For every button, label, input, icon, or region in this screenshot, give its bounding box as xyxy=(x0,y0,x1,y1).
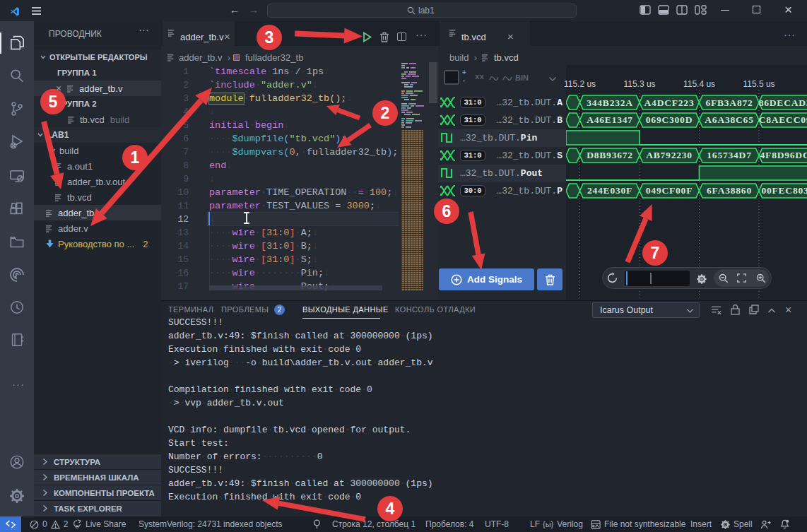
svg-text:6: 6 xyxy=(442,202,452,220)
svg-text:1: 1 xyxy=(131,148,140,167)
svg-text:7: 7 xyxy=(651,244,660,262)
svg-text:3: 3 xyxy=(265,28,274,47)
svg-text:5: 5 xyxy=(49,93,58,111)
svg-text:2: 2 xyxy=(381,104,390,122)
svg-text:4: 4 xyxy=(386,500,395,518)
